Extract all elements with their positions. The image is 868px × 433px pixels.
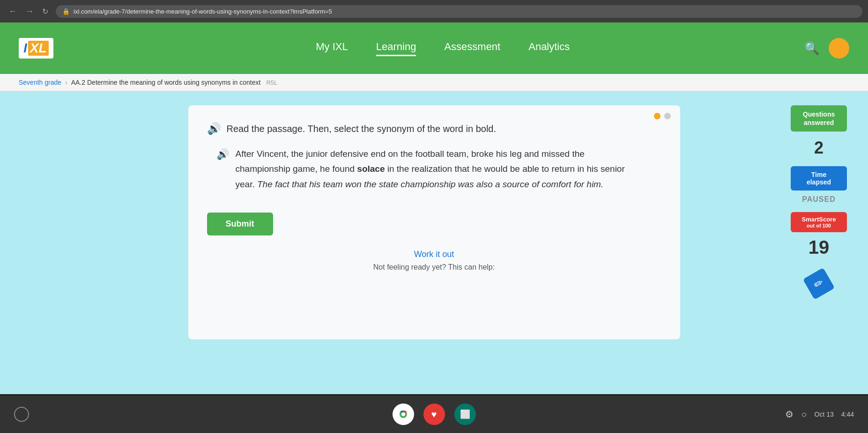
breadcrumb-tag: R5L	[266, 79, 277, 86]
not-ready-text: Not feeling ready yet? This can help:	[373, 263, 495, 271]
submit-button[interactable]: Submit	[207, 213, 273, 235]
taskbar-left	[14, 407, 29, 422]
main-area: 🔊 Read the passage. Then, select the syn…	[0, 91, 868, 394]
work-it-out-link[interactable]: Work it out	[207, 250, 661, 259]
svg-point-1	[401, 412, 405, 416]
question-card: 🔊 Read the passage. Then, select the syn…	[188, 105, 680, 339]
smartscore-value: 19	[809, 237, 830, 258]
nav-my-ixl[interactable]: My IXL	[316, 41, 348, 56]
browser-bar: ← → ↻ 🔒 ixl.com/ela/grade-7/determine-th…	[0, 0, 868, 22]
right-sidebar: Questions answered 2 Time elapsed PAUSED…	[788, 105, 849, 295]
audio-icon-main[interactable]: 🔊	[207, 122, 221, 135]
pencil-icon: ✏	[811, 276, 826, 292]
instruction-row: 🔊 Read the passage. Then, select the syn…	[207, 122, 661, 135]
taskbar-settings-icon: ⚙	[785, 409, 794, 420]
dots-indicator	[654, 113, 671, 119]
search-icon[interactable]: 🔍	[804, 41, 819, 56]
breadcrumb-grade[interactable]: Seventh grade	[19, 79, 61, 86]
refresh-button[interactable]: ↻	[39, 5, 51, 18]
taskbar: ♥ ⬜ ⚙ ○ Oct 13 4:44	[0, 396, 868, 433]
questions-count: 2	[814, 138, 823, 158]
taskbar-wifi-icon: ○	[801, 409, 807, 420]
ixl-logo[interactable]: I XL	[19, 38, 53, 59]
back-button[interactable]: ←	[6, 5, 20, 18]
pencil-button[interactable]: ✏	[803, 268, 835, 300]
instruction-text: Read the passage. Then, select the synon…	[227, 124, 497, 134]
logo-i: I	[23, 41, 27, 56]
avatar[interactable]	[829, 38, 849, 59]
passage-text: After Vincent, the junior defensive end …	[236, 147, 634, 192]
nav-learning[interactable]: Learning	[376, 41, 416, 56]
taskbar-circle	[14, 407, 29, 422]
dot-2	[664, 113, 671, 119]
passage-row: 🔊 After Vincent, the junior defensive en…	[216, 147, 661, 192]
nav-buttons: ← → ↻	[6, 5, 51, 18]
taskbar-right: ⚙ ○ Oct 13 4:44	[785, 409, 854, 420]
work-it-out: Work it out Not feeling ready yet? This …	[207, 235, 661, 279]
taskbar-time: 4:44	[841, 411, 854, 418]
url-text: ixl.com/ela/grade-7/determine-the-meanin…	[74, 8, 332, 15]
header-nav: My IXL Learning Assessment Analytics	[82, 41, 804, 56]
questions-answered-badge: Questions answered	[791, 105, 847, 132]
forward-button[interactable]: →	[22, 5, 37, 18]
taskbar-chrome-icon[interactable]	[393, 404, 414, 425]
taskbar-date: Oct 13	[815, 411, 834, 418]
url-bar[interactable]: 🔒 ixl.com/ela/grade-7/determine-the-mean…	[56, 5, 862, 18]
taskbar-center: ♥ ⬜	[393, 404, 476, 425]
nav-assessment[interactable]: Assessment	[444, 41, 500, 56]
time-elapsed-badge: Time elapsed	[791, 166, 847, 191]
smartscore-badge[interactable]: SmartScore out of 100	[791, 212, 847, 232]
ssl-icon: 🔒	[62, 8, 70, 15]
breadcrumb-separator: ›	[65, 79, 67, 86]
audio-icon-passage[interactable]: 🔊	[216, 148, 229, 161]
nav-analytics[interactable]: Analytics	[528, 41, 570, 56]
paused-text: PAUSED	[802, 195, 836, 204]
dot-1	[654, 113, 660, 119]
smartscore-label: SmartScore	[796, 216, 841, 223]
logo-xl: XL	[28, 41, 49, 56]
ixl-header: I XL My IXL Learning Assessment Analytic…	[0, 22, 868, 74]
breadcrumb-current: AA.2 Determine the meaning of words usin…	[71, 79, 261, 86]
smartscore-sublabel: out of 100	[796, 223, 841, 228]
taskbar-teal-app[interactable]: ⬜	[454, 404, 476, 425]
breadcrumb: Seventh grade › AA.2 Determine the meani…	[0, 74, 868, 91]
taskbar-red-app[interactable]: ♥	[423, 404, 445, 425]
